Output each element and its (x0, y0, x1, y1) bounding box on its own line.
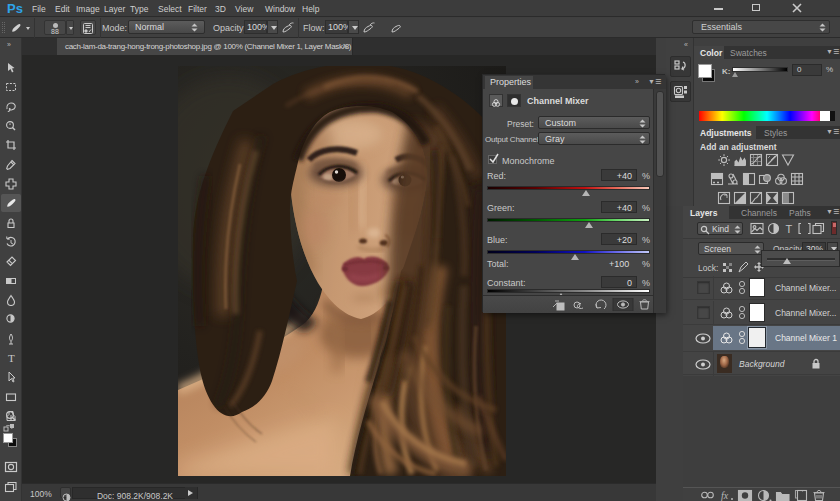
svg-text:T: T (786, 223, 793, 235)
svg-text:T: T (8, 352, 15, 364)
svg-text:fx: fx (721, 490, 729, 501)
